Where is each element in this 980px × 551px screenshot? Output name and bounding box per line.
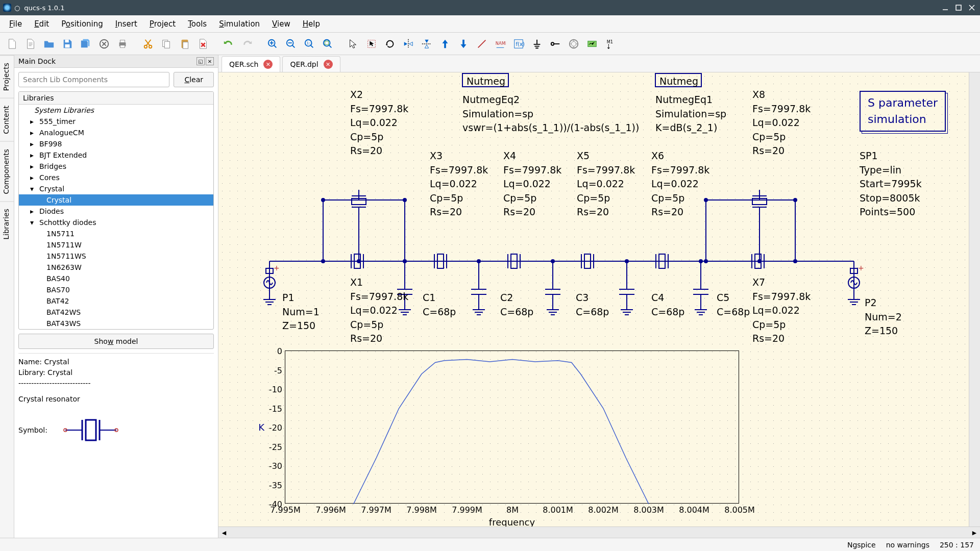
- app-icon: [3, 4, 11, 12]
- window-menu-icon[interactable]: ○: [14, 4, 20, 12]
- tree-bjt-extended[interactable]: BJT Extended: [19, 149, 213, 161]
- label-c5: C5 C=68p: [717, 291, 750, 319]
- tree-bat42ws[interactable]: BAT42WS: [19, 307, 213, 318]
- label-c4: C4 C=68p: [651, 291, 684, 319]
- menu-view[interactable]: View: [266, 16, 297, 32]
- port-icon[interactable]: [547, 36, 564, 52]
- menu-insert[interactable]: Insert: [109, 16, 143, 32]
- library-tree[interactable]: System Libraries 555_timer AnalogueCM BF…: [19, 105, 213, 329]
- open-icon[interactable]: [41, 36, 57, 52]
- tree-1n5711ws[interactable]: 1N5711WS: [19, 251, 213, 262]
- tree-555-timer[interactable]: 555_timer: [19, 116, 213, 127]
- ground-icon[interactable]: [529, 36, 545, 52]
- wire-label-icon[interactable]: NAME: [492, 36, 508, 52]
- mirror-x-icon[interactable]: [400, 36, 416, 52]
- close-file-icon[interactable]: [96, 36, 112, 52]
- paste-icon[interactable]: [177, 36, 193, 52]
- label-x1: X1 Fs=7997.8k Lq=0.022 Cp=5p Rs=20: [350, 276, 408, 346]
- svg-point-20: [324, 39, 330, 46]
- tree-bridges[interactable]: Bridges: [19, 161, 213, 172]
- svg-rect-4: [65, 39, 68, 42]
- menu-positioning[interactable]: Positioning: [55, 16, 109, 32]
- tree-bf998[interactable]: BF998: [19, 138, 213, 149]
- marker-icon[interactable]: M1: [602, 36, 619, 52]
- svg-text:NAME: NAME: [496, 40, 506, 45]
- svg-point-63: [322, 198, 325, 202]
- sidetab-content[interactable]: Content: [0, 98, 14, 141]
- menu-tools[interactable]: Tools: [182, 16, 213, 32]
- tree-schottky[interactable]: Schottky diodes: [19, 217, 213, 228]
- tree-bas70[interactable]: BAS70: [19, 284, 213, 295]
- tree-diodes[interactable]: Diodes: [19, 206, 213, 217]
- select-marker-icon[interactable]: [363, 36, 380, 52]
- scroll-left-icon[interactable]: ◀: [218, 527, 230, 538]
- menu-help[interactable]: Help: [297, 16, 326, 32]
- schematic-canvas[interactable]: + +: [218, 72, 980, 527]
- tree-analoguecm[interactable]: AnalogueCM: [19, 127, 213, 138]
- tree-crystal[interactable]: Crystal: [19, 183, 213, 194]
- dpl-sch-icon[interactable]: [584, 36, 600, 52]
- delete-icon[interactable]: [195, 36, 211, 52]
- sidetab-libraries[interactable]: Libraries: [0, 201, 14, 246]
- svg-rect-13: [164, 41, 169, 48]
- clear-button[interactable]: Clear: [174, 72, 214, 87]
- dock-close-icon[interactable]: ✕: [206, 57, 214, 65]
- save-all-icon[interactable]: [78, 36, 94, 52]
- tree-bas40[interactable]: BAS40: [19, 273, 213, 284]
- zoom-fit-icon[interactable]: 1:1: [301, 36, 317, 52]
- new-text-icon[interactable]: [22, 36, 39, 52]
- maximize-button[interactable]: [953, 3, 964, 13]
- tree-crystal-crystal[interactable]: Crystal: [19, 194, 213, 206]
- go-into-icon[interactable]: [437, 36, 453, 52]
- svg-text:f(x): f(x): [516, 41, 525, 46]
- zoom-out-icon[interactable]: [283, 36, 299, 52]
- label-x8: X8 Fs=7997.8k Lq=0.022 Cp=5p Rs=20: [752, 88, 811, 158]
- tree-bat43ws[interactable]: BAT43WS: [19, 318, 213, 329]
- save-icon[interactable]: [59, 36, 76, 52]
- menu-file[interactable]: File: [3, 16, 28, 32]
- crystal-symbol-icon: [63, 415, 119, 445]
- tree-cores[interactable]: Cores: [19, 172, 213, 183]
- menu-simulation[interactable]: Simulation: [213, 16, 266, 32]
- rotate-icon[interactable]: [382, 36, 398, 52]
- label-c2: C2 C=68p: [500, 291, 533, 319]
- scroll-right-icon[interactable]: ▶: [969, 527, 980, 538]
- zoom-in-icon[interactable]: [264, 36, 281, 52]
- horizontal-scrollbar[interactable]: ◀ ▶: [218, 527, 980, 538]
- search-input[interactable]: [18, 72, 169, 87]
- tree-1n5711[interactable]: 1N5711: [19, 228, 213, 239]
- equation-icon[interactable]: f(x): [510, 36, 527, 52]
- new-file-icon[interactable]: [4, 36, 20, 52]
- menu-edit[interactable]: Edit: [28, 16, 55, 32]
- zoom-all-icon[interactable]: [320, 36, 336, 52]
- tree-1n5711w[interactable]: 1N5711W: [19, 239, 213, 251]
- sidetab-components[interactable]: Components: [0, 141, 14, 202]
- svg-text:1:1: 1:1: [307, 40, 313, 45]
- tree-1n6263w[interactable]: 1N6263W: [19, 262, 213, 273]
- wire-icon[interactable]: [474, 36, 490, 52]
- tree-bat42[interactable]: BAT42: [19, 295, 213, 307]
- menu-project[interactable]: Project: [143, 16, 182, 32]
- tab-qer-dpl[interactable]: QER.dpl ✕: [282, 56, 340, 72]
- pop-out-icon[interactable]: [455, 36, 472, 52]
- undo-icon[interactable]: [220, 36, 237, 52]
- close-tab-icon[interactable]: ✕: [324, 60, 333, 69]
- print-icon[interactable]: [114, 36, 131, 52]
- simulate-icon[interactable]: [566, 36, 582, 52]
- copy-icon[interactable]: [158, 36, 175, 52]
- tab-qer-sch[interactable]: QER.sch ✕: [222, 56, 280, 72]
- redo-icon[interactable]: [239, 36, 255, 52]
- close-button[interactable]: [967, 3, 977, 13]
- cut-icon[interactable]: [140, 36, 156, 52]
- sidetab-projects[interactable]: Projects: [0, 55, 14, 98]
- dock-float-icon[interactable]: ◱: [197, 57, 205, 65]
- show-model-button[interactable]: Show model: [18, 334, 214, 349]
- titlebar: ○ qucs-s 1.0.1: [0, 0, 980, 15]
- close-tab-icon[interactable]: ✕: [263, 60, 273, 69]
- select-icon[interactable]: [345, 36, 361, 52]
- minimize-button[interactable]: [940, 3, 950, 13]
- side-tabstrip: Projects Content Components Libraries: [0, 55, 14, 538]
- svg-rect-8: [120, 40, 125, 42]
- mirror-y-icon[interactable]: [419, 36, 435, 52]
- vertical-scrollbar[interactable]: [969, 72, 980, 527]
